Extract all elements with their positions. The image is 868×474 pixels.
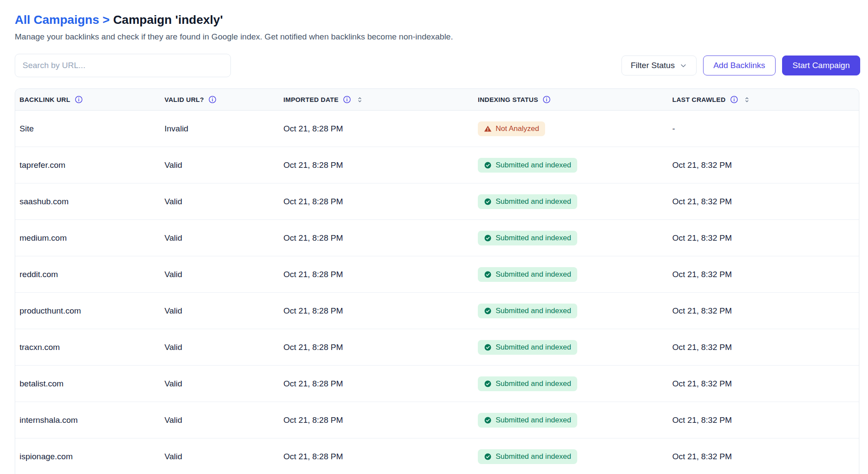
table-row: producthunt.com Valid Oct 21, 8:28 PM Su… xyxy=(15,293,859,329)
column-label: LAST CRAWLED xyxy=(672,96,726,103)
column-header-indexing-status: INDEXING STATUS xyxy=(478,95,672,104)
status-label: Submitted and indexed xyxy=(496,452,571,461)
column-header-imported-date[interactable]: IMPORTED DATE xyxy=(283,95,478,104)
table-row: saashub.com Valid Oct 21, 8:28 PM Submit… xyxy=(15,183,859,220)
cell-backlink-url: producthunt.com xyxy=(20,306,164,316)
cell-valid: Valid xyxy=(164,452,283,461)
status-label: Submitted and indexed xyxy=(496,197,571,206)
check-circle-icon xyxy=(484,343,492,351)
info-circle-icon[interactable] xyxy=(343,95,351,104)
cell-indexing-status: Submitted and indexed xyxy=(478,267,672,282)
column-label: IMPORTED DATE xyxy=(283,96,339,103)
cell-last-crawled: Oct 21, 8:32 PM xyxy=(672,306,859,316)
table-row: taprefer.com Valid Oct 21, 8:28 PM Submi… xyxy=(15,147,859,183)
table-row: betalist.com Valid Oct 21, 8:28 PM Submi… xyxy=(15,366,859,402)
cell-imported-date: Oct 21, 8:28 PM xyxy=(283,343,478,352)
cell-indexing-status: Submitted and indexed xyxy=(478,304,672,318)
cell-valid: Valid xyxy=(164,343,283,352)
cell-backlink-url: reddit.com xyxy=(20,270,164,279)
sort-arrows-icon[interactable] xyxy=(743,96,750,103)
add-backlinks-button[interactable]: Add Backlinks xyxy=(703,56,776,75)
cell-valid: Valid xyxy=(164,233,283,243)
check-circle-icon xyxy=(484,234,492,242)
cell-indexing-status: Submitted and indexed xyxy=(478,449,672,464)
info-circle-icon[interactable] xyxy=(75,95,83,104)
toolbar: Filter Status Add Backlinks Start Campai… xyxy=(15,54,860,77)
cell-valid: Valid xyxy=(164,270,283,279)
cell-valid: Valid xyxy=(164,197,283,206)
info-circle-icon[interactable] xyxy=(730,95,738,104)
table-header-row: BACKLINK URL VALID URL? IMPORTED DATE xyxy=(15,89,859,111)
cell-backlink-url: internshala.com xyxy=(20,415,164,425)
check-circle-icon xyxy=(484,453,492,461)
toolbar-actions: Filter Status Add Backlinks Start Campai… xyxy=(621,56,860,75)
cell-last-crawled: Oct 21, 8:32 PM xyxy=(672,452,859,461)
cell-imported-date: Oct 21, 8:28 PM xyxy=(283,379,478,389)
breadcrumb: All Campaigns >Campaign 'indexly' xyxy=(15,12,860,28)
table-row: internshala.com Valid Oct 21, 8:28 PM Su… xyxy=(15,402,859,438)
check-circle-icon xyxy=(484,161,492,169)
cell-indexing-status: Submitted and indexed xyxy=(478,158,672,173)
cell-backlink-url: saashub.com xyxy=(20,197,164,206)
check-circle-icon xyxy=(484,307,492,315)
backlinks-table: BACKLINK URL VALID URL? IMPORTED DATE xyxy=(15,88,859,474)
status-badge: Submitted and indexed xyxy=(478,340,577,355)
check-circle-icon xyxy=(484,198,492,206)
filter-status-dropdown[interactable]: Filter Status xyxy=(621,56,696,75)
check-circle-icon xyxy=(484,271,492,278)
info-circle-icon[interactable] xyxy=(542,95,551,104)
cell-indexing-status: Submitted and indexed xyxy=(478,194,672,209)
status-label: Submitted and indexed xyxy=(496,161,571,170)
status-label: Submitted and indexed xyxy=(496,307,571,315)
column-header-last-crawled[interactable]: LAST CRAWLED xyxy=(672,95,859,104)
breadcrumb-all-campaigns-link[interactable]: All Campaigns > xyxy=(15,13,110,26)
cell-last-crawled: Oct 21, 8:32 PM xyxy=(672,270,859,279)
warning-triangle-icon xyxy=(484,125,492,133)
column-label: BACKLINK URL xyxy=(20,96,70,103)
cell-indexing-status: Submitted and indexed xyxy=(478,413,672,428)
status-label: Submitted and indexed xyxy=(496,343,571,352)
info-circle-icon[interactable] xyxy=(208,95,217,104)
cell-valid: Valid xyxy=(164,306,283,316)
cell-valid: Invalid xyxy=(164,124,283,134)
column-label: VALID URL? xyxy=(164,96,204,103)
cell-imported-date: Oct 21, 8:28 PM xyxy=(283,452,478,461)
cell-last-crawled: Oct 21, 8:32 PM xyxy=(672,197,859,206)
cell-imported-date: Oct 21, 8:28 PM xyxy=(283,415,478,425)
cell-imported-date: Oct 21, 8:28 PM xyxy=(283,233,478,243)
page-content: All Campaigns >Campaign 'indexly' Manage… xyxy=(0,0,868,474)
cell-indexing-status: Submitted and indexed xyxy=(478,231,672,245)
cell-indexing-status: Submitted and indexed xyxy=(478,376,672,391)
cell-indexing-status: Not Analyzed xyxy=(478,121,672,136)
start-campaign-button[interactable]: Start Campaign xyxy=(782,56,860,75)
check-circle-icon xyxy=(484,416,492,424)
cell-backlink-url: tracxn.com xyxy=(20,343,164,352)
sort-arrows-icon[interactable] xyxy=(356,96,363,103)
status-badge: Submitted and indexed xyxy=(478,304,577,318)
search-input[interactable] xyxy=(15,54,231,77)
cell-backlink-url: ispionage.com xyxy=(20,452,164,461)
cell-valid: Valid xyxy=(164,415,283,425)
cell-backlink-url: betalist.com xyxy=(20,379,164,389)
cell-last-crawled: Oct 21, 8:32 PM xyxy=(672,233,859,243)
status-badge: Submitted and indexed xyxy=(478,158,577,173)
status-label: Submitted and indexed xyxy=(496,234,571,242)
table-body: Site Invalid Oct 21, 8:28 PM Not Analyze… xyxy=(15,111,859,474)
status-badge: Submitted and indexed xyxy=(478,267,577,282)
chevron-down-icon xyxy=(679,62,687,70)
cell-last-crawled: Oct 21, 8:32 PM xyxy=(672,379,859,389)
cell-imported-date: Oct 21, 8:28 PM xyxy=(283,160,478,170)
cell-imported-date: Oct 21, 8:28 PM xyxy=(283,197,478,206)
cell-imported-date: Oct 21, 8:28 PM xyxy=(283,124,478,134)
cell-backlink-url: Site xyxy=(20,124,164,134)
status-label: Submitted and indexed xyxy=(496,379,571,388)
table-row: reddit.com Valid Oct 21, 8:28 PM Submitt… xyxy=(15,256,859,293)
cell-imported-date: Oct 21, 8:28 PM xyxy=(283,270,478,279)
status-badge: Not Analyzed xyxy=(478,121,545,136)
cell-valid: Valid xyxy=(164,379,283,389)
cell-backlink-url: taprefer.com xyxy=(20,160,164,170)
column-header-valid-url: VALID URL? xyxy=(164,95,283,104)
cell-valid: Valid xyxy=(164,160,283,170)
cell-last-crawled: - xyxy=(672,124,859,134)
status-badge: Submitted and indexed xyxy=(478,231,577,245)
